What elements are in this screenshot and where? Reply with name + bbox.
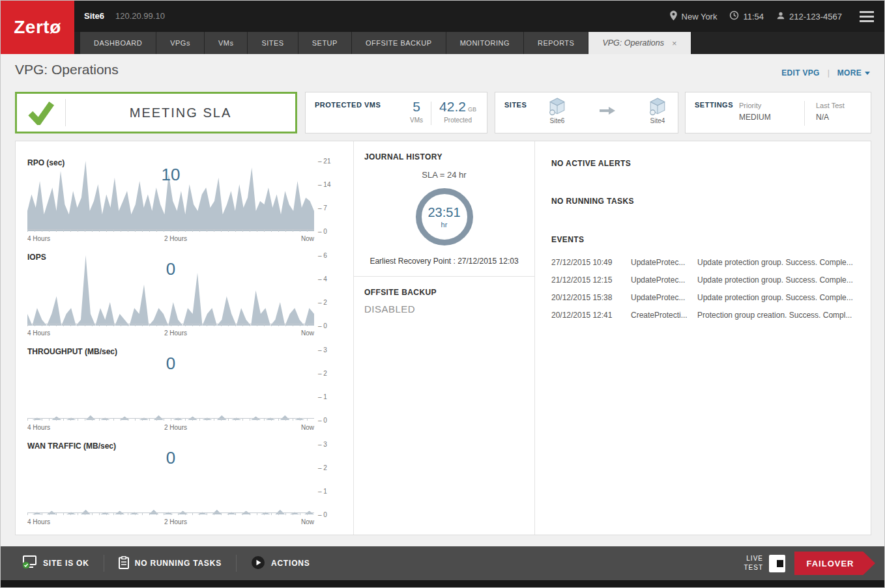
chart-wan-traffic-current-value: 0 <box>27 448 314 468</box>
protected-size-stat: 42.2GB Protected <box>439 99 476 125</box>
actions-label: ACTIONS <box>271 559 310 568</box>
journal-history-gauge: 23:51 hr <box>416 188 473 245</box>
no-running-tasks-heading: NO RUNNING TASKS <box>551 197 871 206</box>
toggle-knob <box>777 560 783 567</box>
header-actions-divider: | <box>828 68 830 77</box>
chart-wan-traffic-xaxis <box>27 512 314 515</box>
event-timestamp: 27/12/2015 10:49 <box>551 258 631 267</box>
tab-vpgs[interactable]: VPGs <box>156 32 204 54</box>
source-site-name: Site6 <box>550 117 565 124</box>
site-status-label: SITE IS OK <box>43 559 89 568</box>
chart-throughput-yticks: – 3– 2– 1– 0 <box>318 350 348 420</box>
monitor-check-icon <box>22 555 37 572</box>
arrow-right-icon <box>600 105 615 117</box>
chart-rpo-yticks: – 21– 14– 7– 0 <box>318 161 348 231</box>
priority-label: Priority <box>739 102 771 109</box>
event-row[interactable]: 21/12/2015 12:15 UpdateProtec... Update … <box>551 271 854 288</box>
clock-icon <box>729 10 739 22</box>
protected-vms-box: PROTECTED VMS 5 VMs 42.2GB Protected <box>305 92 487 133</box>
chart-throughput-current-value: 0 <box>27 354 314 374</box>
main-panel: RPO (sec) 10 – 21– 14– 7– 0 4 Hours2 Hou… <box>15 141 871 535</box>
tab-sites[interactable]: SITES <box>248 32 297 54</box>
chart-iops: IOPS 0 – 6– 4– 2– 0 4 Hours2 HoursNow <box>16 250 353 344</box>
clipboard-icon <box>119 556 129 571</box>
offsite-backup-status: DISABLED <box>364 303 534 315</box>
chart-wan-traffic: WAN TRAFFIC (MB/sec) 0 – 3– 2– 1– 0 4 Ho… <box>16 439 353 533</box>
hamburger-menu-icon[interactable] <box>860 11 874 22</box>
tab-close-icon[interactable]: × <box>672 38 677 48</box>
last-test-value: N/A <box>816 113 845 122</box>
settings-box: SETTINGS Priority MEDIUM Last Test N/A <box>685 92 871 133</box>
protected-vms-label: PROTECTED VMS <box>315 101 381 109</box>
gauge-value: 23:51 <box>428 205 460 220</box>
protected-size-unit: GB <box>468 106 476 113</box>
chart-rpo: RPO (sec) 10 – 21– 14– 7– 0 4 Hours2 Hou… <box>16 156 353 250</box>
location-label: New York <box>682 12 718 21</box>
tab-vms[interactable]: VMs <box>205 32 248 54</box>
topbar: Site6 120.20.99.10 New York 11:54 212-12… <box>1 1 884 32</box>
nav-tabs: DASHBOARD VPGs VMs SITES SETUP OFFSITE B… <box>80 32 691 54</box>
chart-throughput-xaxis <box>27 418 314 421</box>
site-cube-icon <box>549 98 566 117</box>
running-tasks-label: NO RUNNING TASKS <box>135 559 222 568</box>
live-test-toggle[interactable] <box>769 555 785 572</box>
tab-offsite-backup[interactable]: OFFSITE BACKUP <box>352 32 446 54</box>
chevron-down-icon <box>865 72 870 75</box>
chart-rpo-xlabels: 4 Hours2 HoursNow <box>27 235 314 242</box>
no-active-alerts-heading: NO ACTIVE ALERTS <box>551 159 871 168</box>
gauge-unit: hr <box>441 221 448 229</box>
page-title: VPG: Operations <box>15 62 119 77</box>
failover-button[interactable]: FAILOVER <box>794 552 875 575</box>
event-type: UpdateProtec... <box>631 258 697 267</box>
journal-section-divider <box>354 276 534 277</box>
sites-visualization: Site6 Site4 <box>549 98 666 124</box>
event-type: CreateProtecti... <box>631 311 697 320</box>
event-description: Update protection group. Success. Comple… <box>697 293 854 302</box>
zerto-logo: Zertø <box>1 1 74 54</box>
event-type: UpdateProtec... <box>631 293 697 302</box>
alerts-column: NO ACTIVE ALERTS NO RUNNING TASKS EVENTS… <box>535 141 871 535</box>
running-tasks-indicator[interactable]: NO RUNNING TASKS <box>119 556 222 571</box>
live-label: LIVE <box>744 554 763 563</box>
vm-count-value: 5 <box>410 99 423 115</box>
event-row[interactable]: 20/12/2015 12:41 CreateProtecti... Prote… <box>551 306 854 324</box>
location-pin-icon <box>669 10 678 23</box>
tab-vpg-operations[interactable]: VPG: Operations × <box>588 32 690 54</box>
tab-reports[interactable]: REPORTS <box>524 32 588 54</box>
edit-vpg-button[interactable]: EDIT VPG <box>781 68 819 77</box>
chart-rpo-title: RPO (sec) <box>27 158 65 167</box>
chart-iops-xlabels: 4 Hours2 HoursNow <box>27 329 314 337</box>
chart-wan-traffic-title: WAN TRAFFIC (MB/sec) <box>27 441 116 451</box>
last-test-column: Last Test N/A <box>816 102 845 122</box>
header-actions: EDIT VPG | MORE <box>781 68 870 77</box>
journal-history-heading: JOURNAL HISTORY <box>364 152 534 161</box>
event-row[interactable]: 20/12/2015 15:38 UpdateProtec... Update … <box>551 288 854 306</box>
chart-iops-current-value: 0 <box>27 259 314 279</box>
actions-button[interactable]: ACTIONS <box>251 555 310 572</box>
tab-monitoring[interactable]: MONITORING <box>446 32 523 54</box>
nav-tab-bar: DASHBOARD VPGs VMs SITES SETUP OFFSITE B… <box>1 32 884 54</box>
site-status-indicator[interactable]: SITE IS OK <box>22 555 89 572</box>
offsite-backup-heading: OFFSITE BACKUP <box>364 288 534 297</box>
settings-label: SETTINGS <box>695 101 733 109</box>
charts-column: RPO (sec) 10 – 21– 14– 7– 0 4 Hours2 Hou… <box>16 141 353 535</box>
more-button[interactable]: MORE <box>837 68 862 77</box>
vm-count-unit: VMs <box>410 117 423 124</box>
test-label: TEST <box>744 563 763 572</box>
footer-bar: SITE IS OK NO RUNNING TASKS ACTIONS <box>1 546 884 580</box>
events-table: 27/12/2015 10:49 UpdateProtec... Update … <box>551 253 854 324</box>
protected-size-caption: Protected <box>439 117 476 124</box>
time-group: 11:54 <box>729 10 764 22</box>
source-site: Site6 <box>549 98 566 124</box>
footer-divider <box>104 555 104 572</box>
event-description: Protection group creation. Success. Comp… <box>697 311 854 320</box>
chart-wan-traffic-yticks: – 3– 2– 1– 0 <box>318 444 348 514</box>
tab-setup[interactable]: SETUP <box>298 32 351 54</box>
event-row[interactable]: 27/12/2015 10:49 UpdateProtec... Update … <box>551 253 854 271</box>
protected-vms-stats: 5 VMs 42.2GB Protected <box>410 99 476 125</box>
earliest-recovery-point: Earliest Recovery Point : 27/12/2015 12:… <box>354 257 534 266</box>
target-site: Site4 <box>649 98 666 124</box>
sla-status-box: MEETING SLA <box>15 92 297 133</box>
tab-dashboard[interactable]: DASHBOARD <box>80 32 156 54</box>
time-label: 11:54 <box>743 12 764 21</box>
